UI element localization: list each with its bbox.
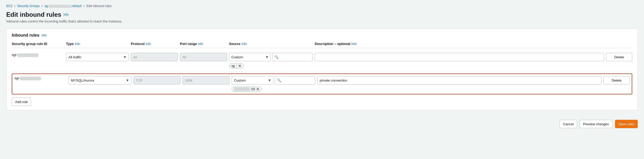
search-icon-2: 🔍 [277,78,281,82]
breadcrumb-sep-3: > [83,4,85,8]
th-type-info[interactable]: Info [75,42,80,46]
source-tags-1: sg ✕ [229,63,313,69]
breadcrumb-ec2[interactable]: EC2 [6,4,12,8]
source-dropdown-2[interactable]: Custom Anywhere-IPv4 Anywhere-IPv6 My IP… [232,76,273,84]
tag-remove-1-0[interactable]: ✕ [238,64,241,68]
cell-source-2: Custom Anywhere-IPv4 Anywhere-IPv6 My IP… [232,76,315,92]
cell-description-2 [317,76,601,84]
cancel-button[interactable]: Cancel [560,120,577,128]
source-search-wrapper-2: 🔍 [275,76,315,84]
cell-port-2 [183,76,230,84]
th-source-info[interactable]: Info [242,42,247,46]
th-rule-id: Security group rule ID [12,42,64,46]
breadcrumb-sep-1: > [14,4,15,8]
port-input-2 [183,76,230,84]
description-input-2[interactable] [317,76,601,84]
source-tag-2-0: /16 ✕ [232,87,262,92]
th-port-range: Port range Info [180,42,227,46]
footer-row: Cancel Preview changes Save rules [6,117,638,128]
cell-source-1: Custom Anywhere-IPv4 Anywhere-IPv6 My IP… [229,53,313,69]
th-actions [606,42,632,46]
cell-type-1: All traffic MYSQL/Aurora Custom TCP Cust… [66,53,129,61]
th-protocol-info[interactable]: Info [146,42,151,46]
th-protocol: Protocol Info [131,42,178,46]
row-2-grid: sgr- All traffic MYSQL/Aurora Custom TCP… [14,76,630,92]
breadcrumb-sg-id[interactable]: sg- | default [44,4,82,8]
delete-button-1[interactable]: Delete [606,53,632,61]
panel-title-text: Inbound rules [12,33,39,38]
breadcrumb-security-groups[interactable]: Security Groups [17,4,40,8]
th-description: Description – optional Info [315,42,604,46]
cell-port-1 [180,53,227,61]
th-portrange-info[interactable]: Info [198,42,203,46]
preview-changes-button[interactable]: Preview changes [580,120,612,128]
page-title-text: Edit inbound rules [6,11,61,18]
protocol-input-1 [131,53,178,61]
breadcrumb: EC2 > Security Groups > sg- | default > … [6,4,638,8]
tag-remove-2-0[interactable]: ✕ [256,87,259,91]
cell-rule-id-2: sgr- [14,76,67,80]
port-input-1 [180,53,227,61]
breadcrumb-current: Edit inbound rules [86,4,112,8]
type-select-2[interactable]: All traffic MYSQL/Aurora Custom TCP Cust… [69,76,131,84]
source-select-2[interactable]: Custom Anywhere-IPv4 Anywhere-IPv6 My IP [232,76,273,84]
page-title-row: Edit inbound rules Info [6,11,638,18]
cell-protocol-1 [131,53,178,61]
th-type: Type Info [66,42,129,46]
cell-protocol-2 [133,76,180,84]
rule-id-2: sgr- [14,76,67,80]
page-wrapper: EC2 > Security Groups > sg- | default > … [0,0,644,132]
save-rules-button[interactable]: Save rules [615,120,638,128]
th-source: Source Info [229,42,313,46]
cell-description-1 [315,53,604,61]
tag-label-1-0: sg [231,64,235,68]
table-row-highlighted: sgr- All traffic MYSQL/Aurora Custom TCP… [12,73,632,94]
cell-rule-id-1: sgr- [12,53,64,57]
source-search-wrapper-1: 🔍 [272,53,313,61]
source-tag-1-0: sg ✕ [229,63,244,69]
type-dropdown-1[interactable]: All traffic MYSQL/Aurora Custom TCP Cust… [66,53,129,61]
inbound-rules-panel: Inbound rules Info Security group rule I… [6,29,638,110]
source-select-1[interactable]: Custom Anywhere-IPv4 Anywhere-IPv6 My IP [229,53,271,61]
table-header-row: Security group rule ID Type Info Protoco… [12,42,632,48]
table-row: sgr- All traffic MYSQL/Aurora Custom TCP… [12,50,632,71]
delete-button-2[interactable]: Delete [604,76,630,84]
th-description-info[interactable]: Info [352,42,357,46]
cell-delete-1: Delete [606,53,632,61]
breadcrumb-sep-2: > [41,4,43,8]
cell-delete-2: Delete [604,76,630,84]
panel-info-link[interactable]: Info [42,33,47,37]
cell-type-2: All traffic MYSQL/Aurora Custom TCP Cust… [69,76,131,84]
page-subtitle: Inbound rules control the incoming traff… [6,19,638,23]
rule-id-1: sgr- [12,53,64,57]
protocol-input-2 [133,76,180,84]
source-dropdown-1[interactable]: Custom Anywhere-IPv4 Anywhere-IPv6 My IP… [229,53,271,61]
add-rule-row: Add rule [12,98,632,106]
source-tags-2: /16 ✕ [232,87,315,92]
type-select-1[interactable]: All traffic MYSQL/Aurora Custom TCP Cust… [66,53,129,61]
add-rule-button[interactable]: Add rule [12,98,31,106]
type-dropdown-2[interactable]: All traffic MYSQL/Aurora Custom TCP Cust… [69,76,131,84]
page-title-info-link[interactable]: Info [63,13,69,16]
panel-title-row: Inbound rules Info [12,33,632,38]
search-icon-1: 🔍 [274,55,279,59]
tag-label-2-0: /16 [251,87,255,91]
description-input-1[interactable] [315,53,604,61]
